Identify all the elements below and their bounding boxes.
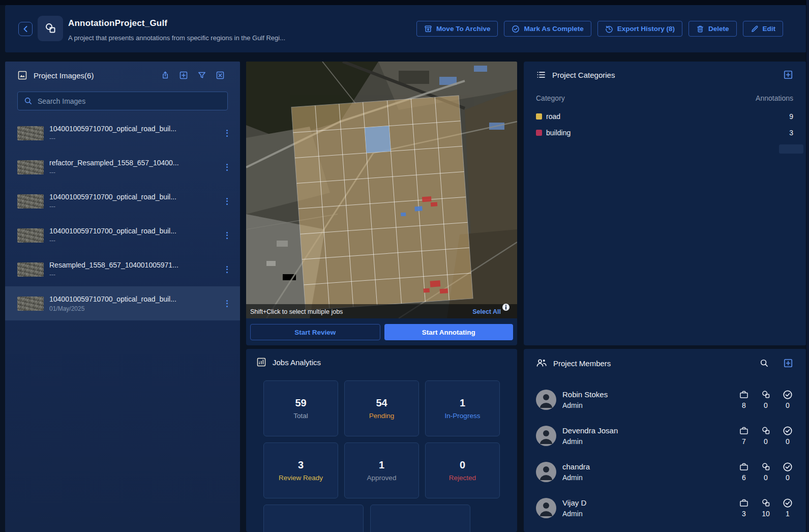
image-name: 1040010059710700_optical_road_buil... — [49, 227, 224, 235]
search-input[interactable] — [38, 97, 221, 105]
add-member-button[interactable] — [783, 358, 793, 368]
start-review-button[interactable]: Start Review — [250, 324, 380, 340]
image-name: 1040010059710700_optical_road_buil... — [49, 193, 224, 201]
back-button[interactable] — [18, 22, 33, 36]
category-name: building — [546, 129, 571, 137]
stat-card-wide — [263, 505, 364, 532]
member-name: chandra — [562, 462, 590, 471]
stat-value: 3 — [298, 459, 304, 471]
image-date: --- — [49, 203, 224, 210]
check-circle-icon — [783, 462, 793, 472]
annotation-count: 3 — [789, 129, 793, 137]
person-icon — [536, 462, 556, 482]
add-image-button[interactable] — [179, 71, 188, 80]
member-row[interactable]: Devendra Josan Admin 7 0 0 — [536, 418, 794, 454]
member-role: Admin — [562, 401, 608, 409]
briefcase-icon — [739, 462, 749, 472]
delete-button[interactable]: Delete — [688, 21, 737, 37]
member-jobs-count: 8 — [742, 401, 746, 409]
list-icon — [536, 70, 546, 80]
add-category-button[interactable] — [783, 70, 793, 80]
satellite-map[interactable]: Shift+Click to select multiple jobs Sele… — [246, 62, 517, 318]
item-menu-button[interactable] — [224, 262, 230, 276]
list-item[interactable]: Resampled_1558_657_104001005971...--- — [5, 252, 240, 286]
image-search — [17, 92, 228, 110]
image-thumbnail — [17, 297, 44, 311]
categories-table: Category Annotations road 9 building 3 — [536, 91, 793, 141]
list-item-selected[interactable]: 1040010059710700_optical_road_buil...01/… — [5, 286, 240, 320]
image-date: --- — [49, 271, 224, 278]
start-annotating-button[interactable]: Start Annotating — [384, 324, 514, 340]
item-menu-button[interactable] — [224, 194, 230, 208]
image-thumbnail — [17, 126, 44, 140]
category-row[interactable]: road 9 — [536, 108, 793, 125]
building-color-swatch — [536, 130, 542, 136]
filter-images-button[interactable] — [197, 71, 206, 80]
member-role: Admin — [562, 510, 586, 518]
select-all-link: Select All — [472, 308, 501, 315]
stat-label: Total — [293, 412, 308, 420]
member-row[interactable]: Vijay D Admin 3 10 1 — [536, 490, 794, 526]
avatar — [536, 498, 556, 518]
item-menu-button[interactable] — [224, 160, 230, 174]
project-categories-panel: Project Categories Category Annotations … — [524, 62, 806, 345]
header-actions: Move To Archive Mark As Complete Export … — [416, 21, 783, 37]
image-icon — [17, 70, 27, 80]
project-dashboard: AnnotationProject_Gulf A project that pr… — [0, 0, 809, 532]
person-icon — [536, 498, 556, 518]
clear-selection-button[interactable] — [216, 71, 225, 80]
item-menu-button[interactable] — [224, 228, 230, 242]
member-annotations-stat: 10 — [759, 498, 772, 518]
search-members-button[interactable] — [760, 359, 769, 368]
annotation-icon — [761, 498, 771, 508]
delete-label: Delete — [708, 25, 729, 33]
image-name: refactor_Resampled_1558_657_10400... — [49, 159, 224, 167]
annotation-icon — [761, 462, 771, 472]
stats-wide-row — [263, 505, 470, 532]
image-name: Resampled_1558_657_104001005971... — [49, 261, 224, 269]
export-history-button[interactable]: Export History (8) — [597, 21, 682, 37]
edit-button[interactable]: Edit — [743, 21, 784, 37]
close-square-icon — [216, 71, 225, 80]
check-circle-icon — [783, 426, 793, 436]
stat-label: Review Ready — [279, 474, 323, 482]
member-jobs-stat: 7 — [737, 426, 751, 446]
people-icon — [536, 358, 547, 368]
mark-as-complete-button[interactable]: Mark As Complete — [504, 21, 591, 37]
stat-value: 0 — [460, 459, 465, 471]
avatar — [536, 390, 556, 410]
category-row[interactable]: building 3 — [536, 125, 793, 141]
project-description: A project that presents annotations from… — [68, 34, 285, 42]
job-grid-overlay — [291, 96, 473, 310]
category-column-header: Category — [536, 94, 565, 102]
list-item[interactable]: 1040010059710700_optical_road_buil...--- — [5, 218, 240, 252]
item-menu-button[interactable] — [224, 297, 230, 310]
list-item[interactable]: 1040010059710700_optical_road_buil...--- — [5, 184, 240, 218]
image-thumbnail — [17, 194, 44, 209]
check-circle-icon — [512, 25, 520, 33]
member-annotations-count: 0 — [764, 437, 768, 446]
image-name: 1040010059710700_optical_road_buil... — [49, 125, 224, 133]
categories-panel-title: Project Categories — [552, 71, 615, 79]
list-item[interactable]: 1040010059710700_optical_road_buil...--- — [5, 116, 240, 150]
stat-label: In-Progress — [445, 412, 481, 420]
person-icon — [536, 390, 556, 410]
member-row[interactable]: Robin Stokes Admin 8 0 0 — [536, 381, 794, 418]
image-date: --- — [49, 135, 224, 142]
member-approved-count: 1 — [786, 510, 790, 518]
move-to-archive-button[interactable]: Move To Archive — [416, 21, 498, 37]
item-menu-button[interactable] — [224, 126, 230, 140]
member-row[interactable]: chandra Admin 6 0 0 — [536, 454, 794, 490]
project-images-panel: Project Images(6) — [5, 62, 240, 532]
list-item[interactable]: refactor_Resampled_1558_657_10400...--- — [5, 150, 240, 184]
annotation-icon — [761, 390, 771, 400]
add-square-icon — [179, 71, 188, 80]
project-members-panel: Project Members Robin Stokes Admin — [524, 349, 806, 532]
info-icon — [502, 304, 510, 311]
export-images-button[interactable] — [161, 71, 170, 80]
check-circle-icon — [783, 498, 793, 508]
stat-label: Pending — [369, 412, 395, 420]
chevron-left-icon — [22, 25, 28, 33]
image-thumbnail — [17, 228, 44, 243]
scrollbar-thumb[interactable] — [779, 144, 803, 154]
